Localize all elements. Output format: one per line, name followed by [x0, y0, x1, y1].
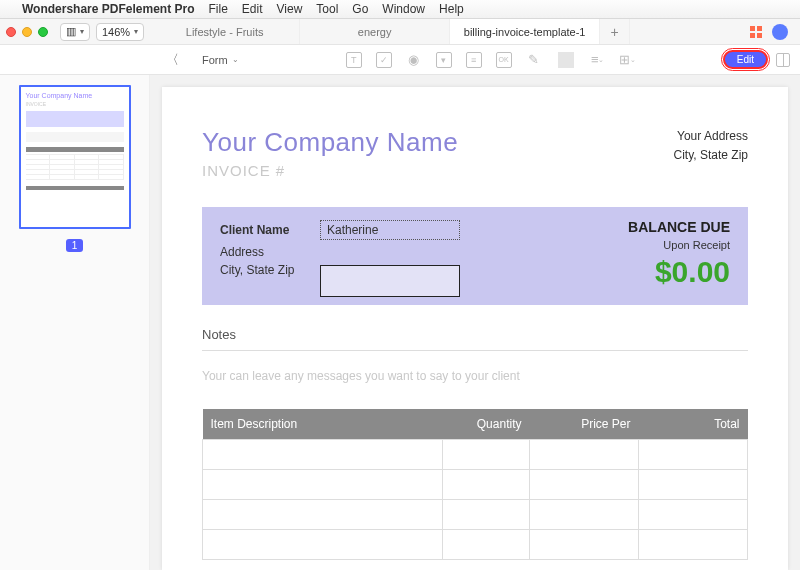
divider: [558, 52, 574, 68]
page-number-badge: 1: [66, 239, 84, 252]
thumbnail-sidebar: Your Company Name INVOICE 1: [0, 75, 150, 570]
button-field-icon[interactable]: OK: [496, 52, 512, 68]
combo-box-icon[interactable]: ▾: [436, 52, 452, 68]
view-mode-dropdown[interactable]: ▥▾: [60, 23, 90, 41]
menu-file[interactable]: File: [209, 2, 228, 16]
client-name-field[interactable]: Katherine: [320, 220, 460, 240]
signature-field-icon[interactable]: ✎: [526, 52, 542, 68]
app-grid-icon[interactable]: [750, 26, 762, 38]
notes-placeholder: Your can leave any messages you want to …: [202, 369, 748, 383]
col-quantity: Quantity: [442, 409, 529, 440]
close-window-button[interactable]: [6, 27, 16, 37]
zoom-dropdown[interactable]: 146%▾: [96, 23, 144, 41]
chevron-down-icon: ▾: [134, 27, 138, 36]
menu-help[interactable]: Help: [439, 2, 464, 16]
window-controls: [6, 27, 48, 37]
table-row[interactable]: [203, 530, 748, 560]
city-state-zip-label: City, State Zip: [220, 263, 320, 277]
menu-view[interactable]: View: [277, 2, 303, 16]
invoice-label: INVOICE #: [202, 162, 458, 179]
chevron-down-icon: ▾: [80, 27, 84, 36]
tab-label: Lifestyle - Fruits: [186, 26, 264, 38]
tab-label: energy: [358, 26, 392, 38]
balance-block: Client Name Katherine Address City, Stat…: [202, 207, 748, 305]
document-canvas[interactable]: Your Company Name INVOICE # Your Address…: [150, 75, 800, 570]
company-address: Your Address City, State Zip: [674, 127, 748, 165]
checkbox-icon[interactable]: ✓: [376, 52, 392, 68]
add-tab-button[interactable]: +: [600, 19, 630, 44]
fullscreen-window-button[interactable]: [38, 27, 48, 37]
table-row[interactable]: [203, 500, 748, 530]
line-items-table: Item Description Quantity Price Per Tota…: [202, 409, 748, 560]
document-tabs: Lifestyle - Fruits energy billing-invoic…: [150, 19, 738, 44]
toggle-side-panel-icon[interactable]: [776, 53, 790, 67]
menu-go[interactable]: Go: [352, 2, 368, 16]
back-button[interactable]: 〈: [160, 51, 185, 69]
table-row[interactable]: [203, 470, 748, 500]
edit-label: Edit: [737, 54, 754, 65]
tab-billing-invoice[interactable]: billing-invoice-template-1: [450, 19, 600, 44]
edit-button[interactable]: Edit: [723, 50, 768, 69]
col-price-per: Price Per: [529, 409, 638, 440]
balance-amount: $0.00: [628, 255, 730, 289]
form-tools: T ✓ ◉ ▾ ≡ OK ✎ ≡⌄ ⊞⌄: [346, 52, 636, 68]
radio-button-icon[interactable]: ◉: [406, 52, 422, 68]
notes-underline: [202, 350, 748, 351]
address-label: Address: [220, 245, 320, 259]
main-area: Your Company Name INVOICE 1 Your Company…: [0, 75, 800, 570]
client-name-label: Client Name: [220, 223, 320, 237]
user-avatar[interactable]: [772, 24, 788, 40]
tab-label: billing-invoice-template-1: [464, 26, 586, 38]
upon-receipt: Upon Receipt: [628, 239, 730, 251]
tab-energy[interactable]: energy: [300, 19, 450, 44]
zoom-value: 146%: [102, 26, 130, 38]
menu-tool[interactable]: Tool: [316, 2, 338, 16]
form-label: Form: [202, 54, 228, 66]
form-mode-dropdown[interactable]: Form ⌄: [195, 51, 246, 69]
window-toolbar: ▥▾ 146%▾ Lifestyle - Fruits energy billi…: [0, 19, 800, 45]
mac-menubar: Wondershare PDFelement Pro File Edit Vie…: [0, 0, 800, 19]
address-edit-field[interactable]: [320, 265, 460, 297]
sidebar-layout-icon: ▥: [66, 25, 76, 38]
app-name[interactable]: Wondershare PDFelement Pro: [22, 2, 195, 16]
menu-window[interactable]: Window: [382, 2, 425, 16]
page-thumbnail-1[interactable]: Your Company Name INVOICE: [19, 85, 131, 229]
minimize-window-button[interactable]: [22, 27, 32, 37]
chevron-down-icon: ⌄: [232, 55, 239, 64]
notes-label: Notes: [202, 327, 748, 342]
col-item-description: Item Description: [203, 409, 443, 440]
secondary-toolbar: 〈 Form ⌄ T ✓ ◉ ▾ ≡ OK ✎ ≡⌄ ⊞⌄ Edit: [0, 45, 800, 75]
col-total: Total: [638, 409, 747, 440]
table-row[interactable]: [203, 440, 748, 470]
menu-edit[interactable]: Edit: [242, 2, 263, 16]
list-box-icon[interactable]: ≡: [466, 52, 482, 68]
address-line-1: Your Address: [674, 127, 748, 146]
tab-lifestyle-fruits[interactable]: Lifestyle - Fruits: [150, 19, 300, 44]
more-tools-dropdown[interactable]: ⊞⌄: [620, 52, 636, 68]
invoice-page: Your Company Name INVOICE # Your Address…: [162, 87, 788, 570]
align-dropdown[interactable]: ≡⌄: [590, 52, 606, 68]
client-name-value: Katherine: [327, 223, 378, 237]
text-field-icon[interactable]: T: [346, 52, 362, 68]
company-name: Your Company Name: [202, 127, 458, 158]
address-line-2: City, State Zip: [674, 146, 748, 165]
balance-due-label: BALANCE DUE: [628, 219, 730, 235]
